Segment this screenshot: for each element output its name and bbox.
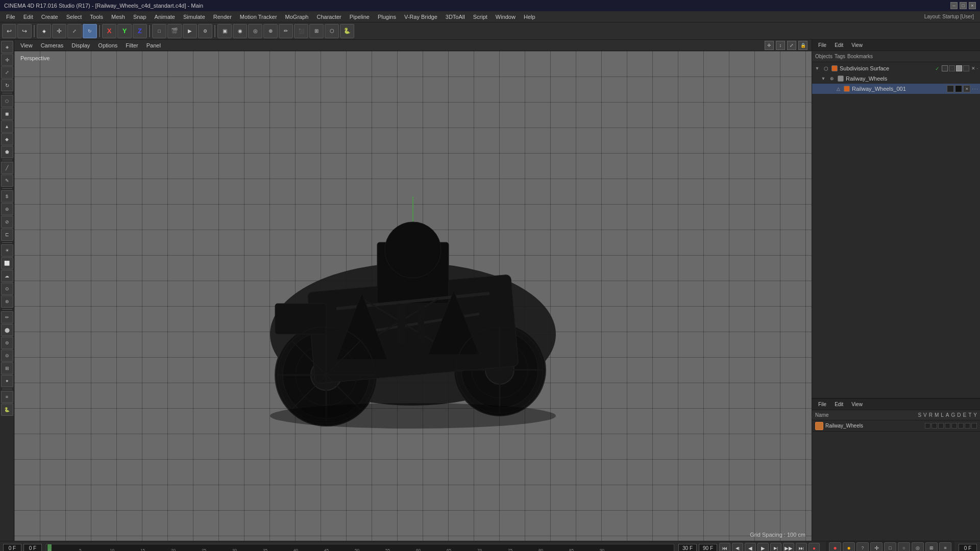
left-tool-paint6[interactable]: ✦ xyxy=(1,375,13,387)
left-tool-paint5[interactable]: ⊞ xyxy=(1,362,13,374)
obj-mode-btn[interactable]: □ xyxy=(152,24,166,38)
left-tool-rotate[interactable]: ↻ xyxy=(1,79,13,91)
menu-snap[interactable]: Snap xyxy=(129,13,151,21)
to-end-btn[interactable]: ⏭ xyxy=(796,543,807,552)
mat-view-btn[interactable]: View xyxy=(848,401,866,408)
scale-btn[interactable]: ⤢ xyxy=(67,24,82,38)
x-axis-btn[interactable]: X xyxy=(102,24,116,38)
play-btn[interactable]: ▶ xyxy=(757,543,769,552)
shader-btn[interactable]: ◎ xyxy=(248,24,262,38)
left-tool-sky[interactable]: ☁ xyxy=(1,270,13,282)
move-btn[interactable]: ✛ xyxy=(52,24,66,38)
z-axis-btn[interactable]: Z xyxy=(133,24,147,38)
frame-start-field[interactable] xyxy=(3,544,21,552)
rc-btn-9[interactable]: ≡ xyxy=(939,542,951,551)
left-tool-pen[interactable]: ✎ xyxy=(1,174,13,187)
rw001-col1[interactable] xyxy=(947,85,954,92)
anim-tag-btn[interactable]: ⬡ xyxy=(325,24,339,38)
prev-frame-btn[interactable]: ◀ xyxy=(745,543,756,552)
menu-help[interactable]: Help xyxy=(520,13,540,21)
maximize-btn[interactable]: □ xyxy=(960,2,967,9)
viewport[interactable]: Perspective Grid Spacing : 100 cm xyxy=(14,51,812,541)
vp-zoom-btn[interactable]: ↕ xyxy=(776,41,785,50)
left-tool-spline[interactable]: $ xyxy=(1,190,13,203)
menu-animate[interactable]: Animate xyxy=(151,13,179,21)
left-tool-2[interactable]: ◼ xyxy=(1,108,13,120)
subdiv-state-v[interactable]: · xyxy=(942,65,948,71)
menu-render[interactable]: Render xyxy=(209,13,236,21)
next-key-btn[interactable]: ▶▶ xyxy=(783,543,794,552)
render-btn[interactable]: 🎬 xyxy=(167,24,182,38)
menu-vray[interactable]: V-Ray Bridge xyxy=(400,13,442,21)
rc-btn-8[interactable]: ⊞ xyxy=(925,542,938,551)
frame-display[interactable] xyxy=(959,544,977,552)
obj-item-railway-wheels[interactable]: ▼ ⊕ Railway_Wheels xyxy=(812,73,980,84)
left-tool-deform[interactable]: ⊘ xyxy=(1,216,13,228)
mat-row-railway[interactable]: Railway_Wheels xyxy=(812,420,980,432)
left-tool-7[interactable]: ⊙ xyxy=(1,283,13,295)
left-tool-8[interactable]: ⊛ xyxy=(1,295,13,308)
vp-menu-options[interactable]: Options xyxy=(96,42,119,49)
subdiv-state-r[interactable]: · xyxy=(949,65,955,71)
objects-tab[interactable]: Objects xyxy=(815,54,832,59)
rw001-col2[interactable] xyxy=(955,85,962,92)
menu-plugins[interactable]: Plugins xyxy=(374,13,400,21)
menu-window[interactable]: Window xyxy=(492,13,520,21)
python-btn[interactable]: 🐍 xyxy=(340,24,354,38)
vp-menu-cameras[interactable]: Cameras xyxy=(39,42,66,49)
obj-item-railway-wheels-001[interactable]: △ Railway_Wheels_001 ✕ · · · xyxy=(812,84,980,94)
vp-lock-btn[interactable]: 🔒 xyxy=(798,41,807,50)
menu-character[interactable]: Character xyxy=(312,13,345,21)
menu-select[interactable]: Select xyxy=(62,13,86,21)
vp-menu-filter[interactable]: Filter xyxy=(124,42,140,49)
menu-mograph[interactable]: MoGraph xyxy=(281,13,313,21)
menu-script[interactable]: Script xyxy=(469,13,492,21)
bookmarks-tab[interactable]: Bookmarks xyxy=(847,54,873,59)
left-tool-paint3[interactable]: ⊜ xyxy=(1,337,13,349)
rc-btn-6[interactable]: ○ xyxy=(898,542,910,551)
minimize-btn[interactable]: – xyxy=(950,2,958,9)
left-tool-paint4[interactable]: ⊝ xyxy=(1,349,13,362)
left-tool-extrude[interactable]: ⊚ xyxy=(1,203,13,215)
obj-item-subdivision[interactable]: ▼ ⬡ Subdivision Surface ✓ · · ✕ · xyxy=(812,63,980,73)
live-select-btn[interactable]: ◈ xyxy=(37,24,51,38)
rotate-btn[interactable]: ↻ xyxy=(83,24,97,38)
prev-key-btn[interactable]: ◀| xyxy=(732,543,743,552)
render-settings-btn[interactable]: ⚙ xyxy=(198,24,212,38)
redo-btn[interactable]: ↪ xyxy=(17,24,32,38)
left-tool-1[interactable]: ⬡ xyxy=(1,95,13,107)
rc-btn-4[interactable]: ✛ xyxy=(870,542,883,551)
vp-layout-btn[interactable]: ✛ xyxy=(765,41,774,50)
expand-icon-rw[interactable]: ▼ xyxy=(820,76,826,82)
menu-3dto[interactable]: 3DToAll xyxy=(442,13,469,21)
sculpt-btn[interactable]: ⊕ xyxy=(263,24,278,38)
obj-file-btn[interactable]: File xyxy=(815,42,829,48)
obj-edit-btn[interactable]: Edit xyxy=(831,42,846,48)
mat-edit-btn[interactable]: Edit xyxy=(831,401,846,408)
menu-file[interactable]: File xyxy=(2,13,19,21)
rw001-x[interactable]: ✕ xyxy=(963,85,970,92)
menu-mesh[interactable]: Mesh xyxy=(107,13,129,21)
paint-btn[interactable]: ✏ xyxy=(279,24,293,38)
frame-end-field[interactable] xyxy=(699,544,717,552)
menu-motion-tracker[interactable]: Motion Tracker xyxy=(236,13,281,21)
subdiv-color2[interactable] xyxy=(956,65,962,71)
left-tool-paint1[interactable]: ✏ xyxy=(1,311,13,323)
left-tool-move[interactable]: ✛ xyxy=(1,54,13,66)
left-tool-paint2[interactable]: ⬤ xyxy=(1,324,13,336)
y-axis-btn[interactable]: Y xyxy=(117,24,132,38)
left-tool-layers[interactable]: ≡ xyxy=(1,391,13,403)
subdiv-check[interactable]: ✓ xyxy=(934,65,941,72)
left-tool-4[interactable]: ◆ xyxy=(1,133,13,145)
vp-menu-view[interactable]: View xyxy=(18,42,35,49)
left-tool-select[interactable]: ◈ xyxy=(1,41,13,53)
left-tool-cam[interactable]: ⊏ xyxy=(1,229,13,241)
left-tool-light[interactable]: ☀ xyxy=(1,244,13,257)
frame-current-field[interactable] xyxy=(23,544,42,552)
left-tool-3[interactable]: ▲ xyxy=(1,120,13,133)
expand-icon-subdiv[interactable]: ▼ xyxy=(814,65,820,71)
mat-edit-btn[interactable]: ◉ xyxy=(233,24,247,38)
rc-btn-7[interactable]: ◎ xyxy=(912,542,924,551)
to-start-btn[interactable]: ⏮ xyxy=(719,543,730,552)
menu-tools[interactable]: Tools xyxy=(86,13,107,21)
